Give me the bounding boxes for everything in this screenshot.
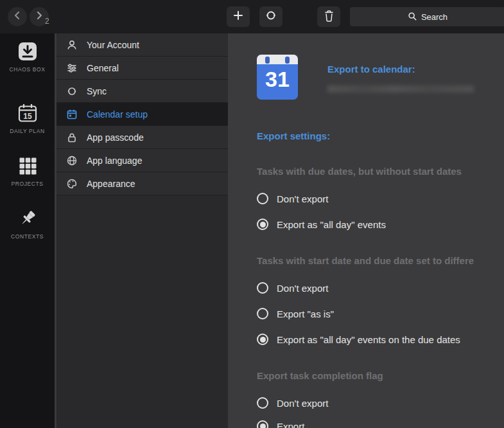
back-button[interactable] — [8, 7, 27, 26]
section-title-start-and-due: Tasks with start date and due date set t… — [257, 255, 474, 266]
chevron-left-icon — [13, 11, 22, 22]
main-sidebar: CHAOS BOX 15 DAILY PLAN PROJECTS — [0, 33, 55, 428]
svg-text:15: 15 — [23, 112, 32, 121]
radio-selected-icon — [257, 420, 268, 428]
calendar-setup-panel: 31 Export to calendar: Export settings: … — [228, 33, 504, 428]
menu-item-your-account[interactable]: Your Account — [56, 33, 228, 57]
radio-option[interactable]: Don't export — [257, 193, 328, 204]
user-icon — [66, 39, 78, 51]
radio-option[interactable]: Don't export — [257, 282, 328, 294]
calendar-icon-ring — [265, 57, 270, 64]
calendar-icon — [66, 109, 78, 120]
section-title-completion-flag: Export task completion flag — [257, 370, 383, 381]
settings-menu: Your Account General Sync — [55, 33, 228, 428]
sidebar-item-label: CONTEXTS — [0, 233, 55, 240]
radio-icon — [257, 308, 268, 319]
menu-item-appearance[interactable]: Appearance — [56, 172, 228, 195]
globe-icon — [66, 155, 78, 166]
menu-item-label: Calendar setup — [87, 109, 148, 120]
radio-label: Don't export — [277, 283, 328, 294]
radio-option[interactable]: Export as "all day" events on the due da… — [257, 334, 460, 345]
daily-plan-icon: 15 — [0, 102, 55, 125]
search-icon — [408, 12, 417, 22]
radio-option[interactable]: Export — [257, 420, 304, 428]
google-calendar-icon: 31 — [257, 55, 298, 100]
export-to-calendar-heading: Export to calendar: — [327, 64, 415, 75]
menu-item-app-passcode[interactable]: App passcode — [56, 126, 228, 149]
trash-icon — [324, 10, 335, 24]
calendar-icon-day: 31 — [257, 67, 298, 92]
redacted-account-text — [327, 85, 474, 93]
toolbar: Search — [0, 0, 504, 33]
section-title-due-dates: Tasks with due dates, but without start … — [257, 166, 462, 177]
search-input[interactable]: Search — [350, 7, 504, 26]
contexts-pin-icon — [0, 207, 55, 230]
sidebar-item-label: CHAOS BOX — [0, 66, 55, 73]
lock-icon — [66, 132, 78, 143]
radio-icon — [257, 282, 268, 294]
menu-item-label: Your Account — [87, 40, 139, 50]
search-placeholder: Search — [421, 12, 448, 22]
tune-icon — [66, 62, 78, 74]
radio-selected-icon — [257, 334, 268, 345]
calendar-icon-band — [257, 55, 298, 64]
sidebar-item-label: PROJECTS — [0, 181, 55, 187]
sidebar-item-label: DAILY PLAN — [0, 128, 55, 134]
projects-icon — [0, 154, 55, 177]
unread-count-badge: 2 — [45, 17, 49, 26]
delete-button[interactable] — [317, 6, 340, 27]
radio-label: Export — [277, 421, 304, 428]
menu-item-label: Appearance — [87, 179, 135, 189]
radio-label: Export "as is" — [277, 308, 334, 319]
radio-option[interactable]: Don't export — [257, 397, 328, 409]
menu-item-calendar-setup[interactable]: Calendar setup — [56, 103, 228, 126]
sync-icon — [265, 10, 277, 24]
menu-item-general[interactable]: General — [56, 57, 228, 80]
chaos-box-icon — [0, 40, 55, 63]
sidebar-item-contexts[interactable]: CONTEXTS — [0, 207, 55, 240]
menu-item-label: App language — [87, 156, 142, 166]
menu-item-sync[interactable]: Sync — [56, 80, 228, 103]
menu-item-label: Sync — [87, 86, 107, 96]
sidebar-item-chaos-box[interactable]: CHAOS BOX — [0, 40, 55, 73]
sync-button[interactable] — [259, 6, 282, 27]
menu-item-label: App passcode — [87, 132, 144, 143]
palette-icon — [66, 178, 78, 190]
sidebar-item-daily-plan[interactable]: 15 DAILY PLAN — [0, 102, 55, 134]
calendar-icon-ring — [285, 57, 290, 64]
menu-item-label: General — [87, 63, 119, 73]
sidebar-item-projects[interactable]: PROJECTS — [0, 154, 55, 187]
radio-label: Export as "all day" events — [277, 219, 386, 230]
sync-icon — [66, 85, 78, 97]
radio-label: Don't export — [277, 193, 328, 204]
add-button[interactable] — [227, 6, 250, 27]
radio-option[interactable]: Export "as is" — [257, 308, 334, 319]
radio-option[interactable]: Export as "all day" events — [257, 218, 386, 230]
plus-icon — [233, 10, 243, 23]
chevron-right-icon — [35, 11, 44, 22]
radio-selected-icon — [257, 218, 268, 230]
menu-item-app-language[interactable]: App language — [56, 149, 228, 172]
radio-icon — [257, 193, 268, 204]
export-settings-heading: Export settings: — [257, 130, 330, 141]
radio-label: Export as "all day" events on the due da… — [277, 334, 460, 345]
radio-icon — [257, 397, 268, 409]
radio-label: Don't export — [277, 398, 328, 409]
